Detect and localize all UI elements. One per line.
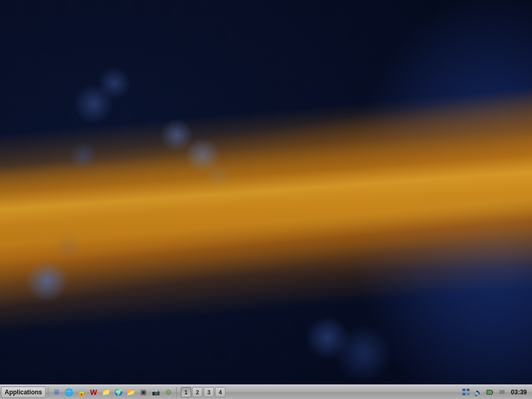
workspace-3-button[interactable]: 3: [204, 387, 214, 397]
wallpaper-streaks: [0, 0, 532, 399]
email-tray-icon[interactable]: ✉: [497, 387, 507, 397]
desktop: Applications 🖥 🌐 🔒 W 📁 🌍 📂 ▣ 📷 ⚙ 1 2 3 4: [0, 0, 532, 399]
svg-rect-1: [467, 389, 470, 391]
workspace-4-button[interactable]: 4: [215, 387, 225, 397]
system-clock[interactable]: 03:39: [509, 389, 529, 396]
svg-rect-0: [462, 389, 466, 391]
svg-rect-2: [462, 393, 466, 395]
lock-icon[interactable]: 🔒: [75, 387, 87, 398]
taskbar-separator-2: [176, 387, 177, 397]
svg-rect-6: [487, 391, 491, 394]
applications-menu-label: Applications: [5, 389, 42, 396]
folder-icon[interactable]: 📂: [125, 387, 137, 398]
workspace-2-button[interactable]: 2: [192, 387, 203, 397]
taskbar-separator-1: [48, 387, 48, 397]
terminal-icon[interactable]: ▣: [138, 387, 149, 398]
workspace-1-button[interactable]: 1: [181, 387, 191, 397]
globe-icon[interactable]: 🌍: [113, 387, 124, 398]
network-tray-icon[interactable]: [461, 387, 471, 397]
volume-tray-icon[interactable]: 🔊: [473, 387, 483, 397]
browser-icon[interactable]: 🌐: [63, 387, 74, 398]
screenshot-icon[interactable]: 📷: [150, 387, 162, 398]
word-icon[interactable]: W: [88, 387, 99, 398]
files-icon[interactable]: 📁: [100, 387, 112, 398]
system-tray: 🔊 ✉ 03:39: [461, 387, 531, 397]
workspace-switcher: 1 2 3 4: [181, 387, 225, 397]
taskbar: Applications 🖥 🌐 🔒 W 📁 🌍 📂 ▣ 📷 ⚙ 1 2 3 4: [0, 384, 532, 399]
svg-rect-3: [467, 393, 470, 395]
applications-menu[interactable]: Applications: [1, 387, 46, 398]
settings-icon[interactable]: ⚙: [163, 387, 174, 398]
power-tray-icon[interactable]: [485, 387, 495, 397]
monitor-icon[interactable]: 🖥: [50, 387, 62, 398]
svg-rect-5: [492, 391, 493, 393]
